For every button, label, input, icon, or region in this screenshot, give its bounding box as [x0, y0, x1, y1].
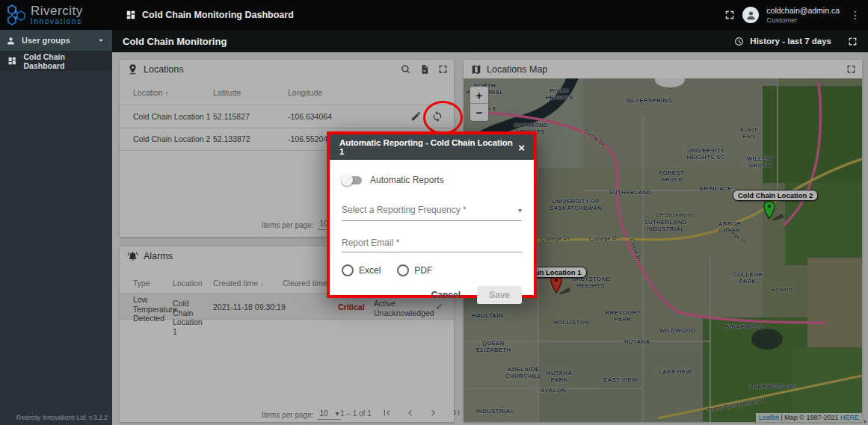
app-version-footer: Rivercity Innovations Ltd. v.3.2.2	[16, 414, 108, 421]
user-role: Customer	[766, 16, 840, 24]
logo-line2: Innovations	[31, 18, 83, 25]
fullscreen-icon[interactable]	[848, 37, 858, 46]
radio-circle-icon	[397, 264, 409, 276]
clock-icon	[734, 37, 744, 46]
radio-pdf[interactable]: PDF	[397, 264, 432, 276]
page-title: Cold Chain Monitoring	[123, 36, 734, 47]
chevron-down-icon	[96, 35, 106, 46]
logo-line1: Rivercity	[31, 4, 83, 17]
history-range-control[interactable]: History - last 7 days	[734, 37, 858, 46]
user-avatar[interactable]	[742, 7, 759, 23]
automatic-reporting-dialog: Automatic Reporting - Cold Chain Locatio…	[327, 131, 537, 298]
kebab-menu-icon[interactable]: ⋮	[847, 9, 864, 21]
radio-circle-icon	[342, 264, 354, 276]
logo: Rivercity Innovations	[0, 0, 112, 30]
caret-down-icon: ▾	[518, 206, 522, 214]
reporting-frequency-select[interactable]: Select a Reporting Frequency * ▾	[342, 205, 522, 221]
close-icon[interactable]: ×	[517, 141, 526, 154]
person-icon	[6, 36, 16, 46]
sidebar-item-user-groups[interactable]: User groups	[0, 30, 112, 51]
radio-excel[interactable]: Excel	[342, 264, 381, 276]
page-header: Cold Chain Monitoring History - last 7 d…	[112, 30, 868, 52]
fullscreen-icon[interactable]	[724, 10, 735, 20]
user-email: coldchain@admin.ca	[766, 6, 840, 16]
cancel-button[interactable]: Cancel	[425, 286, 467, 304]
report-email-input[interactable]	[342, 238, 522, 252]
dashboard-grid-icon	[7, 56, 16, 66]
sidebar-item-cold-chain-dashboard[interactable]: Cold Chain Dashboard	[0, 51, 112, 71]
person-icon	[745, 10, 757, 21]
app-root: Rivercity Innovations Cold Chain Monitor…	[0, 0, 868, 425]
save-button[interactable]: Save	[477, 286, 522, 304]
top-bar: Rivercity Innovations Cold Chain Monitor…	[0, 0, 868, 30]
app-title: Cold Chain Monitoring Dashboard	[126, 0, 294, 30]
dashboard-grid-icon	[126, 10, 136, 20]
sidebar: User groups Cold Chain Dashboard Riverci…	[0, 30, 112, 425]
annotation-circle-sync-icon	[423, 101, 463, 134]
toggle-label: Automatic Reports	[370, 175, 444, 185]
automatic-reports-toggle[interactable]	[342, 176, 362, 184]
rivercity-logo-icon	[3, 2, 28, 28]
dialog-title: Automatic Reporting - Cold Chain Locatio…	[339, 138, 517, 156]
